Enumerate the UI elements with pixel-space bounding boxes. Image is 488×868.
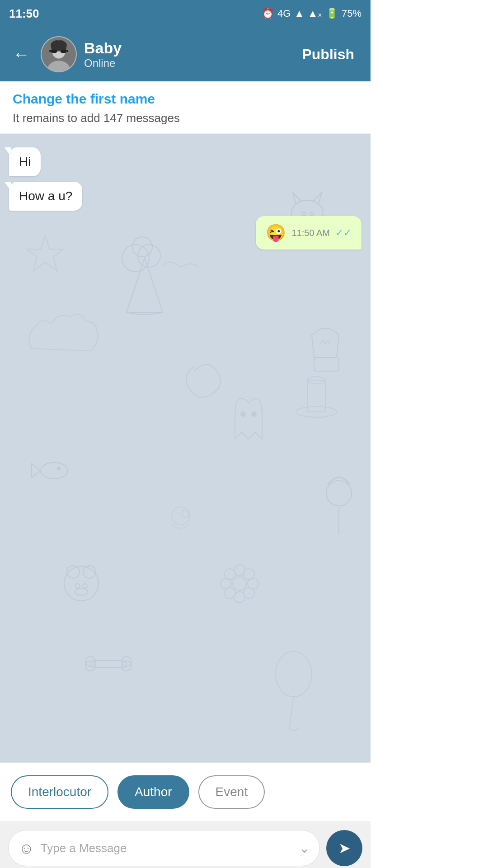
send-button[interactable]: ➤ xyxy=(326,830,362,866)
message-sent-1: 😜 11:50 AM ✓✓ xyxy=(9,216,361,250)
svg-point-44 xyxy=(225,588,235,599)
network-label: 4G xyxy=(277,8,291,19)
svg-point-12 xyxy=(57,467,60,470)
interlocutor-button[interactable]: Interlocutor xyxy=(11,775,108,809)
chat-area: Hi How a u? 😜 11:50 AM ✓✓ xyxy=(0,134,371,762)
svg-point-35 xyxy=(172,507,190,525)
header-info: Baby Online xyxy=(84,39,287,70)
msg-text-hi: Hi xyxy=(19,155,31,169)
svg-point-37 xyxy=(233,577,246,590)
avatar xyxy=(41,36,77,72)
bubble-how: How a u? xyxy=(9,182,82,211)
alarm-icon: ⏰ xyxy=(262,8,274,19)
info-subtitle: It remains to add 147 messages xyxy=(13,111,358,125)
svg-point-36 xyxy=(182,510,189,517)
contact-status: Online xyxy=(84,57,287,70)
svg-point-14 xyxy=(326,481,352,506)
chat-header: ← Baby Online Publish xyxy=(0,27,371,81)
svg-point-43 xyxy=(244,569,254,580)
message-received-2: How a u? xyxy=(9,182,238,211)
status-time: 11:50 xyxy=(9,7,39,21)
msg-ticks: ✓✓ xyxy=(335,227,352,239)
contact-name: Baby xyxy=(84,39,287,57)
publish-button[interactable]: Publish xyxy=(295,42,361,66)
svg-point-19 xyxy=(75,584,80,588)
battery-icon: 🔋 xyxy=(326,8,338,19)
send-icon: ➤ xyxy=(338,840,351,857)
message-input-area: ☺ ⌄ ➤ xyxy=(0,821,371,868)
svg-rect-6 xyxy=(49,50,51,52)
svg-point-28 xyxy=(276,651,312,697)
msg-time: 11:50 AM xyxy=(291,228,330,238)
role-buttons-bar: Interlocutor Author Event xyxy=(0,762,371,821)
event-button[interactable]: Event xyxy=(198,775,265,809)
info-title[interactable]: Change the first name xyxy=(13,91,358,107)
svg-rect-7 xyxy=(66,50,68,52)
sent-emoji: 😜 xyxy=(266,223,286,242)
svg-point-21 xyxy=(75,588,88,595)
back-button[interactable]: ← xyxy=(9,41,33,68)
msg-text-how: How a u? xyxy=(19,189,72,203)
author-button[interactable]: Author xyxy=(117,775,189,809)
battery-label: 75% xyxy=(342,8,361,19)
status-bar: 11:50 ⏰ 4G ▲ ▲ₓ 🔋 75% xyxy=(0,0,371,27)
bubble-emoji: 😜 11:50 AM ✓✓ xyxy=(256,216,361,250)
message-received-1: Hi xyxy=(9,147,238,176)
status-right: ⏰ 4G ▲ ▲ₓ 🔋 75% xyxy=(262,8,361,19)
message-input[interactable] xyxy=(41,841,293,855)
input-container[interactable]: ☺ ⌄ xyxy=(8,830,320,866)
emoji-picker-icon[interactable]: ☺ xyxy=(19,840,34,857)
signal-x-icon: ▲ₓ xyxy=(308,8,322,19)
svg-point-20 xyxy=(83,584,87,588)
messages-container: Hi How a u? 😜 11:50 AM ✓✓ xyxy=(0,134,371,263)
svg-rect-30 xyxy=(90,660,127,668)
svg-rect-13 xyxy=(314,358,339,371)
svg-point-42 xyxy=(225,569,235,580)
svg-point-25 xyxy=(241,412,245,416)
svg-point-11 xyxy=(41,462,68,479)
info-banner: Change the first name It remains to add … xyxy=(0,81,371,134)
signal-icon: ▲ xyxy=(294,8,304,19)
svg-point-26 xyxy=(252,412,256,416)
bubble-hi: Hi xyxy=(9,147,41,176)
svg-line-29 xyxy=(289,697,294,728)
chevron-down-icon[interactable]: ⌄ xyxy=(299,841,310,856)
svg-point-45 xyxy=(244,588,254,599)
